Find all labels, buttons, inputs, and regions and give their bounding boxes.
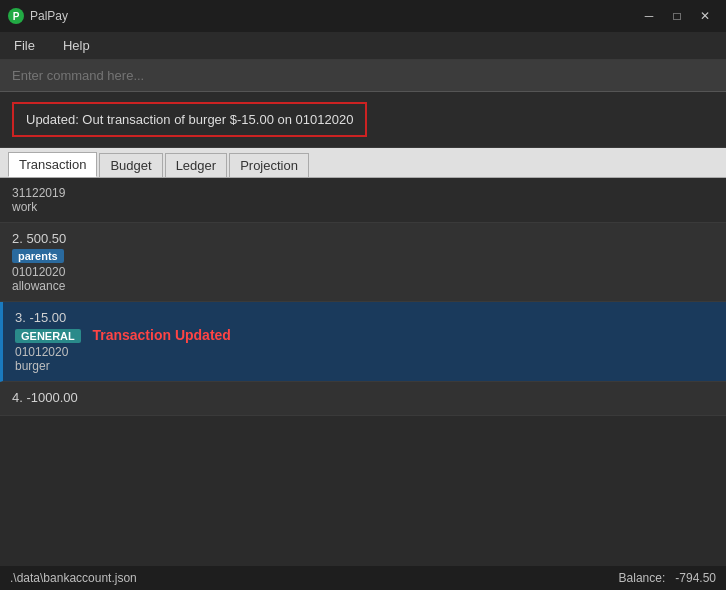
transaction-desc: work [12, 200, 714, 214]
tab-budget[interactable]: Budget [99, 153, 162, 177]
tab-ledger[interactable]: Ledger [165, 153, 227, 177]
transaction-item[interactable]: 31122019 work [0, 178, 726, 223]
notification-box: Updated: Out transaction of burger $-15.… [12, 102, 367, 137]
app-icon: P [8, 8, 24, 24]
transaction-date: 01012020 [12, 265, 714, 279]
content-area: 31122019 work 2. 500.50 parents 01012020… [0, 178, 726, 550]
transaction-item[interactable]: 2. 500.50 parents 01012020 allowance [0, 223, 726, 302]
transaction-item[interactable]: 4. -1000.00 [0, 382, 726, 416]
command-area [0, 60, 726, 92]
close-button[interactable]: ✕ [692, 6, 718, 26]
tabs-container: Transaction Budget Ledger Projection [0, 148, 726, 178]
transaction-desc: burger [15, 359, 714, 373]
menu-bar: File Help [0, 32, 726, 60]
status-bar: .\data\bankaccount.json Balance: -794.50 [0, 566, 726, 590]
minimize-button[interactable]: ─ [636, 6, 662, 26]
transaction-updated-label: Transaction Updated [92, 327, 230, 343]
help-menu[interactable]: Help [57, 36, 96, 55]
title-bar: P PalPay ─ □ ✕ [0, 0, 726, 32]
tab-transaction[interactable]: Transaction [8, 152, 97, 177]
notification-text: Updated: Out transaction of burger $-15.… [26, 112, 353, 127]
window-controls: ─ □ ✕ [636, 6, 718, 26]
transaction-badge: parents [12, 249, 64, 263]
transaction-list: 31122019 work 2. 500.50 parents 01012020… [0, 178, 726, 416]
title-bar-left: P PalPay [8, 8, 68, 24]
transaction-date: 31122019 [12, 186, 714, 200]
balance: Balance: -794.50 [619, 571, 716, 585]
filepath: .\data\bankaccount.json [10, 571, 137, 585]
transaction-amount: 4. -1000.00 [12, 390, 714, 405]
transaction-amount: 3. -15.00 [15, 310, 714, 325]
maximize-button[interactable]: □ [664, 6, 690, 26]
file-menu[interactable]: File [8, 36, 41, 55]
transaction-desc: allowance [12, 279, 714, 293]
transaction-item[interactable]: 3. -15.00 GENERAL Transaction Updated 01… [0, 302, 726, 382]
transaction-date: 01012020 [15, 345, 714, 359]
transaction-badge: GENERAL [15, 329, 81, 343]
transaction-amount: 2. 500.50 [12, 231, 714, 246]
notification-bar: Updated: Out transaction of burger $-15.… [0, 92, 726, 148]
app-title: PalPay [30, 9, 68, 23]
tab-projection[interactable]: Projection [229, 153, 309, 177]
command-input[interactable] [12, 68, 714, 83]
